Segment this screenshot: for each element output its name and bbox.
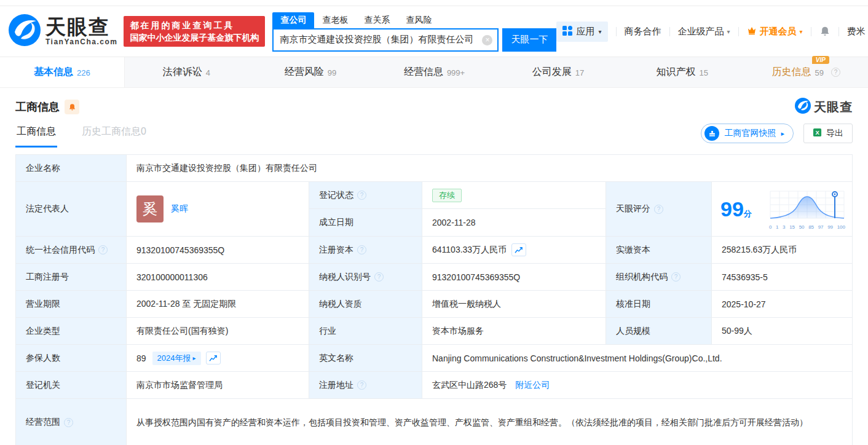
help-icon[interactable]: ? [831,68,840,77]
field-label-reg-capital: 注册资本 ? [309,237,422,264]
field-label-taxpayer-quality: 纳税人资质 [309,291,422,318]
field-label-insured-count: 参保人数 [16,345,127,372]
search-tab-company[interactable]: 查公司 [272,12,314,28]
tab-intellectual-property[interactable]: 知识产权 15 [620,57,744,87]
field-value-taxpayer-quality: 增值税一般纳税人 [422,291,606,318]
score-value: 99 [720,197,744,221]
search-tab-risk[interactable]: 查风险 [398,12,440,28]
promo-line2: 国家中小企业发展子基金旗下机构 [130,31,259,44]
score-distribution-chart: 0131550859799100 [768,189,846,230]
divider [738,27,739,36]
monitor-bell-icon[interactable] [65,100,79,114]
help-icon[interactable]: ? [357,380,366,390]
field-label-org-code: 组织机构代码 ? [606,264,712,291]
insured-count-text: 89 [136,353,146,363]
trend-chart-icon[interactable] [206,352,221,364]
tab-history-info[interactable]: VIP 历史信息 59 ? [744,57,868,87]
help-icon[interactable]: ? [357,191,366,200]
field-label-industry: 行业 [309,318,422,345]
legal-rep-avatar[interactable]: 奚 [136,195,164,222]
legal-rep-link[interactable]: 奚晖 [171,203,188,215]
business-info-table: 企业名称 南京市交通建设投资控股（集团）有限责任公司 法定代表人 奚 奚晖 登记… [15,154,853,445]
field-label-establish-date: 成立日期 [309,209,422,237]
help-icon[interactable]: ? [671,272,681,282]
divider [811,27,811,36]
tab-label: 经营信息 [404,66,443,79]
field-label-reg-address: 注册地址 ? [309,372,422,399]
apps-menu-label: 应用 [576,26,594,37]
field-label-text: 登记状态 [319,190,353,201]
tab-business-info[interactable]: 经营信息 999+ [373,57,497,87]
field-value-establish-date: 2002-11-28 [422,209,606,237]
help-icon[interactable]: ? [374,272,384,282]
tab-basic-info[interactable]: 基本信息 226 [0,57,125,87]
promo-banner: 都在用的商业查询工具 国家中小企业发展子基金旗下机构 [124,16,265,47]
field-value-reg-status: 存续 [422,182,606,209]
tab-company-development[interactable]: 公司发展 17 [496,57,620,87]
export-button[interactable]: X 导出 [803,124,853,143]
field-value-company-type: 有限责任公司(国有独资) [127,318,309,345]
search-input[interactable] [272,28,499,52]
help-icon[interactable]: ? [98,245,108,254]
company-nav-tabs: 基本信息 226 法律诉讼 4 经营风险 99 经营信息 999+ 公司发展 1… [0,57,868,88]
clear-search-icon[interactable]: × [482,35,492,45]
section-header: 工商信息 天眼查 [15,98,853,116]
field-value-staff-size: 50-99人 [712,318,852,345]
user-menu[interactable]: 费米 ▾ [847,26,868,37]
field-label-business-term: 营业期限 [16,291,127,318]
field-label-english-name: 英文名称 [309,345,422,372]
tab-count: 999+ [447,68,465,77]
business-cooperation-link[interactable]: 商务合作 [625,26,661,37]
subtab-business-info[interactable]: 工商信息 [15,119,57,148]
subtab-history-business-info[interactable]: 历史工商信息0 [81,119,148,148]
user-name: 费米 [847,26,866,37]
arrow-right-icon: ▸ [781,130,784,138]
annual-report-tag[interactable]: 2024年报 ▸ [152,352,201,365]
field-value-reg-capital: 641103.33万人民币 [422,237,606,264]
page-title: 工商信息 [15,100,60,114]
official-snapshot-button[interactable]: 工商官网快照 ▸ [701,124,794,143]
tab-label: 知识产权 [656,66,695,79]
field-value-company-name: 南京市交通建设投资控股（集团）有限责任公司 [127,155,852,182]
tianyancha-logo[interactable]: 天眼查 TianYanCha.com [9,14,117,49]
vip-membership-label: 开通会员 [760,26,797,37]
tab-count: 4 [206,68,210,77]
field-label-text: 注册资本 [319,245,353,256]
chevron-down-icon: ▾ [598,28,601,35]
logo-text: 天眼查 [45,17,117,37]
field-label-staff-size: 人员规模 [606,318,712,345]
field-label-text: 经营范围 [26,417,60,428]
field-value-english-name: Nanjing Communications Construction&Inve… [422,345,852,372]
field-value-score: 99分 013155 [712,182,852,237]
search-tab-relations[interactable]: 查关系 [356,12,398,28]
help-icon[interactable]: ? [357,245,366,254]
reg-capital-text: 641103.33万人民币 [432,245,507,256]
tianyancha-logo-icon [795,98,811,116]
field-value-credit-code: 91320100745369355Q [127,237,309,264]
search-tab-boss[interactable]: 查老板 [314,12,356,28]
field-label-score: 天眼评分 ? [606,182,712,237]
nearby-companies-link[interactable]: 附近公司 [515,380,550,391]
export-button-label: 导出 [826,128,843,139]
field-value-approval-date: 2025-10-27 [712,291,852,318]
tab-legal-litigation[interactable]: 法律诉讼 4 [125,57,249,87]
apps-menu[interactable]: 应用 ▾ [556,22,607,42]
apps-grid-icon [562,26,572,37]
field-label-paid-capital: 实缴资本 [606,237,712,264]
help-icon[interactable]: ? [64,418,73,427]
vip-membership-menu[interactable]: 开通会员 ▾ [747,26,803,37]
field-label-reg-status: 登记状态 ? [309,182,422,209]
help-icon[interactable]: ? [654,205,663,214]
trend-chart-icon[interactable] [511,243,526,256]
address-text: 玄武区中山路268号 [432,380,507,391]
main-header: 天眼查 TianYanCha.com 都在用的商业查询工具 国家中小企业发展子基… [0,6,868,57]
search-button[interactable]: 天眼一下 [502,28,556,52]
tab-label: 基本信息 [34,66,73,79]
tianyancha-watermark: 天眼查 [795,98,853,116]
chevron-down-icon: ▾ [727,28,730,35]
tab-operation-risk[interactable]: 经营风险 99 [248,57,373,87]
field-label-legal-rep: 法定代表人 [16,182,127,237]
field-value-reg-authority: 南京市市场监督管理局 [127,372,309,399]
notification-bell-icon[interactable] [819,26,831,37]
enterprise-products-menu[interactable]: 企业级产品 ▾ [678,26,730,37]
